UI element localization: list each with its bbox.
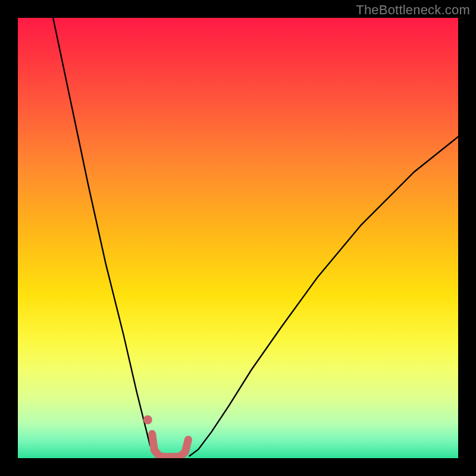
marker-dot-icon: [143, 415, 152, 424]
marker-curve: [152, 434, 189, 456]
curve-layer: [18, 18, 458, 458]
plot-area: [18, 18, 458, 458]
left-curve: [53, 18, 159, 456]
chart-frame: TheBottleneck.com: [0, 0, 476, 476]
right-curve: [190, 137, 458, 456]
watermark-text: TheBottleneck.com: [356, 2, 470, 18]
